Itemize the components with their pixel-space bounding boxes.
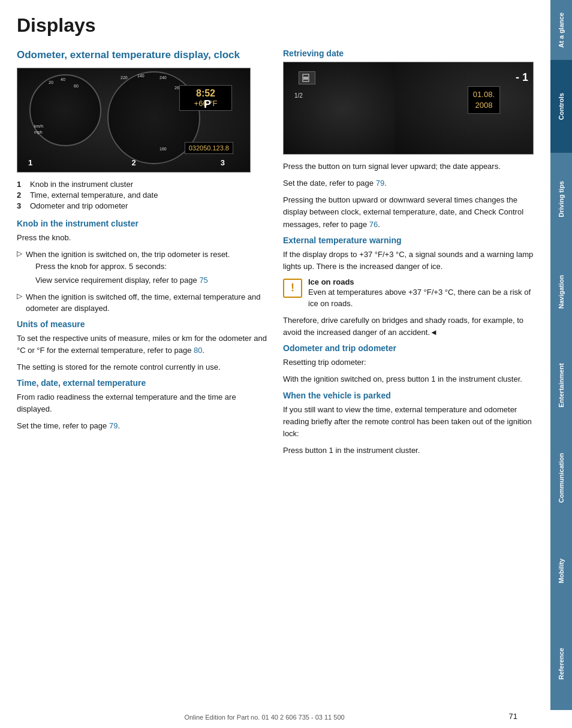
odometer-display: 032050.123.8 <box>185 142 233 154</box>
main-content: Displays Odometer, external temperature … <box>0 0 550 728</box>
parked-text-2: Press button 1 in the instrument cluster… <box>283 445 534 457</box>
sidebar-item-label: Driving tips <box>558 174 565 225</box>
dashboard-image: 20 40 60 km/h mph 220 140 240 260 160 8:… <box>17 68 251 173</box>
svg-rect-1 <box>303 77 308 80</box>
retrieving-text-2: Set the date, refer to page 79. <box>283 177 534 189</box>
odometer-section-heading: Odometer and trip odometer <box>283 343 534 353</box>
half-indicator: 1/2 <box>294 92 303 99</box>
list-number: 1 <box>17 180 25 189</box>
knob-intro: Press the knob. <box>17 232 269 244</box>
units-text-2: The setting is stored for the remote con… <box>17 361 269 373</box>
ext-temp-text-1: If the display drops to +37 °F/+3 °C, a … <box>283 249 534 273</box>
warning-title: Ice on roads <box>308 277 534 286</box>
bullet-text-2: When the ignition is switched off, the t… <box>26 291 269 315</box>
display-minus-1: - 1 <box>516 71 528 84</box>
warning-icon: ! <box>283 279 302 298</box>
odometer-text-2: With the ignition switched on, press but… <box>283 373 534 385</box>
sidebar-item-entertainment[interactable]: Entertainment <box>550 339 572 431</box>
list-number: 3 <box>17 201 25 210</box>
sidebar-item-label: Mobility <box>558 551 565 591</box>
warning-box: ! Ice on roads Even at temperatures abov… <box>283 277 534 310</box>
sidebar-item-label: Navigation <box>558 268 565 316</box>
dashboard-label-3: 3 <box>221 158 225 167</box>
park-indicator: P <box>204 98 211 111</box>
retrieving-text-1: Press the button on turn signal lever up… <box>283 161 534 173</box>
retrieving-date-heading: Retrieving date <box>283 49 534 58</box>
list-item: 2 Time, external temperature, and date <box>17 191 269 200</box>
parked-text-1: If you still want to view the time, exte… <box>283 404 534 440</box>
page-ref-76[interactable]: 76 <box>369 220 378 229</box>
time-date-text-2: Set the time, refer to page 79. <box>17 420 269 432</box>
sidebar-item-mobility[interactable]: Mobility <box>550 524 572 617</box>
time-date-text-1: From radio readiness the external temper… <box>17 391 269 415</box>
page-ref-75[interactable]: 75 <box>199 276 207 285</box>
bullet-arrow-icon: ▷ <box>17 292 22 315</box>
time-date-section-heading: Time, date, external temperature <box>17 378 269 388</box>
units-text-1: To set the respective units of measure, … <box>17 333 269 357</box>
date-image: 01.08. 2008 - 1 1/2 <box>283 62 534 155</box>
bullet-arrow-icon: ▷ <box>17 249 22 289</box>
sidebar: At a glance Controls Driving tips Naviga… <box>550 0 572 728</box>
warning-text: Even at temperatures above +37 °F/+3 °C,… <box>308 286 534 310</box>
knob-section-heading: Knob in the instrument cluster <box>17 219 269 228</box>
sidebar-item-communication[interactable]: Communication <box>550 431 572 524</box>
sidebar-item-driving-tips[interactable]: Driving tips <box>550 153 572 246</box>
sidebar-item-label: Reference <box>558 641 565 687</box>
warning-content: Ice on roads Even at temperatures above … <box>308 277 534 310</box>
footer-text: Online Edition for Part no. 01 40 2 606 … <box>184 714 344 721</box>
sidebar-item-label: Entertainment <box>558 356 565 415</box>
warning-exclamation-icon: ! <box>291 282 294 294</box>
units-section-heading: Units of measure <box>17 319 269 329</box>
list-number: 2 <box>17 191 25 200</box>
ext-temp-text-2: Therefore, drive carefully on bridges an… <box>283 315 534 339</box>
sub-text-2: View service requirement display, refer … <box>35 274 230 286</box>
list-text: Knob in the instrument cluster <box>30 180 133 189</box>
bullet-item-1: ▷ When the ignition is switched on, the … <box>17 249 269 289</box>
clock-display: 8:52 <box>183 88 228 99</box>
dashboard-label-2: 2 <box>131 158 136 167</box>
page-title: Displays <box>17 14 534 37</box>
sub-text-1: Press the knob for approx. 5 seconds: <box>35 261 230 273</box>
bullet-text-1: When the ignition is switched on, the tr… <box>26 249 230 261</box>
left-section-heading: Odometer, external temperature display, … <box>17 49 269 62</box>
page-ref-79-date[interactable]: 79 <box>376 179 384 188</box>
page-ref-79-time[interactable]: 79 <box>109 421 118 430</box>
sidebar-item-label: At a glance <box>558 5 565 55</box>
list-text: Time, external temperature, and date <box>30 191 158 200</box>
list-item: 1 Knob in the instrument cluster <box>17 180 269 189</box>
ext-temp-heading: External temperature warning <box>283 235 534 245</box>
left-column: Odometer, external temperature display, … <box>17 49 269 461</box>
retrieving-text-3: Pressing the button upward or downward s… <box>283 194 534 230</box>
sidebar-item-at-a-glance[interactable]: At a glance <box>550 0 572 60</box>
numbered-list: 1 Knob in the instrument cluster 2 Time,… <box>17 180 269 210</box>
odometer-text-1: Resetting trip odometer: <box>283 357 534 368</box>
fuel-icon <box>302 73 312 83</box>
sidebar-item-label: Communication <box>558 446 565 510</box>
sidebar-item-label: Controls <box>558 86 565 127</box>
bullet-item-2: ▷ When the ignition is switched off, the… <box>17 291 269 315</box>
page-ref-80[interactable]: 80 <box>194 346 202 355</box>
dashboard-label-1: 1 <box>28 158 32 167</box>
sidebar-item-controls[interactable]: Controls <box>550 60 572 153</box>
list-text: Odometer and trip odometer <box>30 201 128 210</box>
left-small-display <box>299 71 315 84</box>
date-display: 01.08. 2008 <box>468 86 500 114</box>
page-number: 71 <box>509 712 517 721</box>
right-column: Retrieving date 01.08. 2008 - 1 <box>283 49 534 461</box>
date-value: 01.08. 2008 <box>473 90 495 110</box>
parked-section-heading: When the vehicle is parked <box>283 391 534 400</box>
left-gauge: 20 40 60 km/h mph <box>29 74 101 146</box>
sidebar-item-reference[interactable]: Reference <box>550 617 572 710</box>
sidebar-item-navigation[interactable]: Navigation <box>550 246 572 339</box>
footer: Online Edition for Part no. 01 40 2 606 … <box>0 714 529 721</box>
list-item: 3 Odometer and trip odometer <box>17 201 269 210</box>
knob-bullets: ▷ When the ignition is switched on, the … <box>17 249 269 315</box>
